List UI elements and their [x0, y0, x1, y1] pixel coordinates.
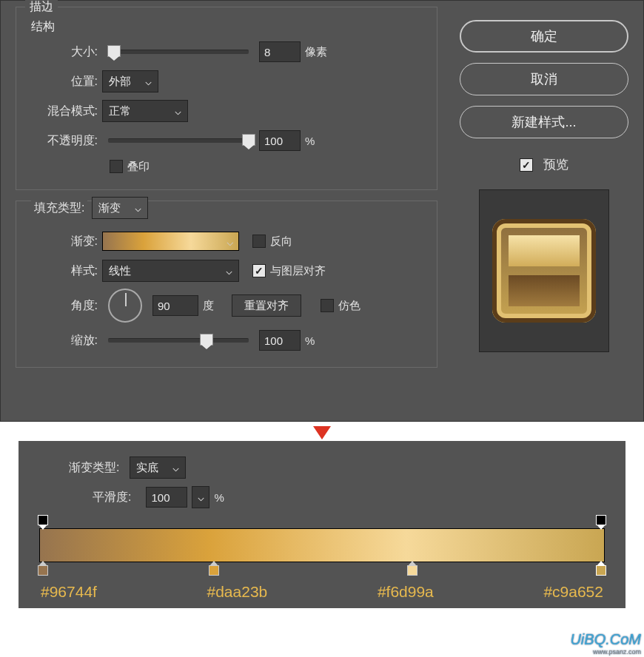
preview-label: 预览 [543, 156, 568, 173]
preview-box [479, 189, 609, 352]
opacity-slider-thumb[interactable] [242, 134, 255, 146]
angle-input[interactable] [152, 295, 198, 316]
preview-checkbox[interactable] [520, 158, 533, 172]
style-value: 线性 [109, 264, 131, 278]
align-layer-label: 与图层对齐 [270, 264, 326, 278]
size-unit: 像素 [305, 45, 327, 59]
size-slider[interactable] [108, 50, 249, 54]
filltype-dropdown[interactable]: 渐变 ⌵ [92, 197, 148, 219]
chevron-down-icon: ⌵ [172, 461, 179, 474]
hex-3: #f6d99a [378, 583, 434, 601]
color-stop-1[interactable] [38, 565, 48, 576]
size-row: 大小: 像素 [27, 37, 426, 67]
preview-row: 预览 [520, 156, 568, 173]
main-settings-area: 描边 结构 大小: 像素 位置: 外部 ⌵ 混合模式: [16, 7, 437, 378]
smoothness-unit: % [214, 491, 224, 504]
smoothness-stepper[interactable]: ⌵ [192, 486, 209, 508]
color-stop-2[interactable] [209, 565, 219, 576]
smoothness-label: 平滑度: [93, 490, 135, 505]
angle-label: 角度: [27, 298, 102, 314]
overprint-row: 叠印 [27, 155, 426, 178]
smoothness-input[interactable] [146, 487, 187, 508]
opacity-stop-right[interactable] [596, 515, 606, 525]
scale-slider[interactable] [108, 338, 249, 343]
gradient-swatch-dropdown[interactable]: ⌵ [102, 232, 239, 251]
filltype-legend-row: 填充类型: 渐变 ⌵ [31, 197, 426, 219]
gradient-bar-wrap: #96744f #daa23b #f6d99a #c9a652 [39, 528, 605, 562]
opacity-stop-left[interactable] [38, 515, 48, 525]
gradtype-row: 渐变类型: 实底 ⌵ [39, 453, 605, 482]
smoothness-row: 平滑度: ⌵ % [39, 482, 605, 512]
style-dropdown[interactable]: 线性 ⌵ [102, 260, 239, 282]
stroke-fieldset: 描边 结构 大小: 像素 位置: 外部 ⌵ 混合模式: [16, 7, 437, 190]
scale-input[interactable] [259, 330, 301, 351]
cancel-button[interactable]: 取消 [460, 63, 628, 95]
structure-legend: 结构 [31, 19, 55, 35]
scale-label: 缩放: [27, 333, 102, 348]
overprint-label: 叠印 [127, 160, 150, 174]
position-row: 位置: 外部 ⌵ [27, 67, 426, 96]
position-value: 外部 [109, 75, 131, 89]
chevron-down-icon: ⌵ [135, 201, 141, 215]
stroke-legend: 描边 [25, 0, 58, 15]
preview-swatch-icon [492, 219, 596, 323]
opacity-row: 不透明度: % [27, 126, 426, 155]
reverse-checkbox[interactable] [252, 235, 266, 248]
gradient-bar[interactable] [39, 528, 605, 562]
chevron-down-icon: ⌵ [226, 264, 232, 277]
gradtype-dropdown[interactable]: 实底 ⌵ [130, 456, 186, 479]
style-row: 样式: 线性 ⌵ 与图层对齐 [27, 256, 426, 286]
chevron-down-icon: ⌵ [175, 104, 181, 118]
gradient-editor-panel: 渐变类型: 实底 ⌵ 平滑度: ⌵ % #96744f #daa23b #f6d… [19, 441, 625, 608]
chevron-down-icon: ⌵ [222, 235, 238, 249]
position-dropdown[interactable]: 外部 ⌵ [102, 70, 158, 92]
filltype-fieldset: 填充类型: 渐变 ⌵ 渐变: ⌵ 反向 样式: 线性 [16, 201, 437, 368]
reset-align-button[interactable]: 重置对齐 [232, 294, 301, 317]
arrow-down-icon [313, 426, 331, 439]
hex-labels-row: #96744f #daa23b #f6d99a #c9a652 [39, 583, 605, 601]
hex-1: #96744f [41, 583, 97, 601]
hex-4: #c9a652 [543, 583, 603, 601]
scale-row: 缩放: % [27, 326, 426, 355]
size-label: 大小: [27, 44, 102, 60]
opacity-input[interactable] [259, 130, 301, 151]
new-style-button[interactable]: 新建样式... [460, 106, 628, 138]
gradtype-value: 实底 [136, 461, 158, 475]
gradient-label: 渐变: [27, 234, 102, 249]
dither-label: 仿色 [338, 299, 360, 313]
blendmode-row: 混合模式: 正常 ⌵ [27, 96, 426, 126]
ok-button[interactable]: 确定 [460, 20, 628, 53]
angle-unit: 度 [203, 299, 214, 313]
position-label: 位置: [27, 74, 102, 90]
filltype-value: 渐变 [98, 201, 121, 215]
side-column: 确定 取消 新建样式... 预览 [458, 20, 630, 352]
angle-dial[interactable] [108, 289, 142, 323]
align-layer-checkbox[interactable] [252, 264, 266, 277]
gradtype-label: 渐变类型: [69, 460, 124, 476]
angle-row: 角度: 度 重置对齐 仿色 [27, 286, 426, 326]
blendmode-dropdown[interactable]: 正常 ⌵ [102, 100, 188, 122]
stroke-settings-panel: 描边 结构 大小: 像素 位置: 外部 ⌵ 混合模式: [0, 0, 644, 422]
color-stop-3[interactable] [407, 565, 417, 576]
opacity-slider[interactable] [108, 138, 249, 143]
reverse-label: 反向 [270, 235, 292, 249]
dither-checkbox[interactable] [321, 299, 334, 312]
style-label: 样式: [27, 263, 102, 279]
blendmode-label: 混合模式: [27, 104, 102, 119]
opacity-unit: % [305, 135, 315, 147]
opacity-label: 不透明度: [27, 133, 102, 149]
size-slider-thumb[interactable] [107, 45, 121, 57]
gradient-row: 渐变: ⌵ 反向 [27, 226, 426, 256]
scale-slider-thumb[interactable] [200, 334, 213, 346]
chevron-down-icon: ⌵ [145, 75, 152, 88]
scale-unit: % [305, 334, 315, 347]
overprint-checkbox[interactable] [110, 160, 123, 173]
size-input[interactable] [259, 41, 301, 62]
chevron-down-icon: ⌵ [198, 491, 204, 504]
color-stop-4[interactable] [596, 565, 606, 576]
blendmode-value: 正常 [109, 104, 131, 118]
hex-2: #daa23b [207, 583, 268, 601]
filltype-label: 填充类型: [31, 201, 87, 216]
